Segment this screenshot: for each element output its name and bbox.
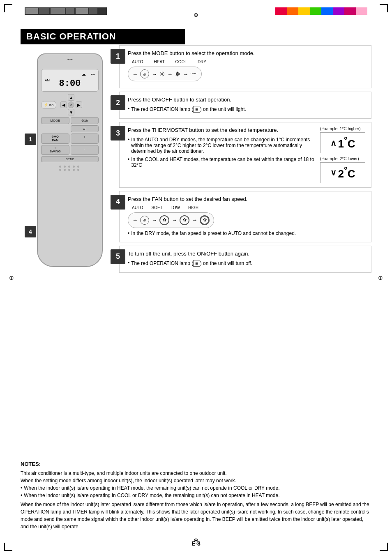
minus-button[interactable]: - (71, 145, 99, 155)
btn-row-3: ↕ SWING - (41, 145, 99, 155)
step-2-number: 2 (111, 95, 125, 110)
fan-icons: ⚙❅✿ (43, 135, 67, 138)
step-3-text-2: In the COOL and HEAT modes, the temperat… (131, 157, 316, 168)
nav-down[interactable]: ▼ (68, 109, 74, 115)
step-1-title: Press the MODE button to select the oper… (128, 50, 365, 57)
fan-arrow-3: → (192, 217, 197, 223)
step-5-title: To turn off the unit, press the ON/OFF b… (128, 250, 365, 258)
nav-left[interactable]: ◀ (60, 101, 67, 108)
step-2-box: 2 Press the ON/OFF button to start opera… (119, 92, 371, 119)
remote-area: 1 2 5 3 1 4 ⌒ ☁ 〜 AM 8:00 (21, 53, 119, 415)
step-2-title: Press the ON/OFF button to start operati… (128, 96, 365, 104)
speaker-dots-2 (59, 169, 81, 171)
step-5-content: To turn off the unit, press the ON/OFF b… (120, 246, 371, 272)
arrow-1: → (152, 71, 157, 77)
temp-box-2: ∨ 2°C (320, 162, 365, 183)
example-2-label: (Example: 2°C lower) (320, 157, 365, 161)
instructions-area: 1 Press the MODE button to select the op… (119, 45, 371, 276)
swing-button[interactable]: ↕ SWING (41, 145, 69, 155)
gray-block-5 (76, 8, 88, 14)
notes-line-5: When the mode of the indoor unit(s) late… (21, 501, 371, 530)
corner-mark-tl (4, 4, 12, 12)
middle-btn-area: ⚙❅✿ FAN + ↕ SWING - SET/C (41, 134, 99, 162)
fan-auto-icon: ⌀ (140, 216, 149, 225)
step-3-right: (Example: 1°C higher) ∧ 1°C (Example: 2°… (320, 127, 365, 183)
ion-row: ⚡ Ion ▲ ◀ ○ ▶ ▼ (41, 94, 99, 115)
fan-button[interactable]: ⚙❅✿ FAN (41, 134, 69, 144)
step-4-content: Press the FAN button to set the desired … (120, 191, 371, 242)
up-arrow: ∧ (330, 138, 337, 148)
step-3-number: 3 (111, 126, 125, 140)
gray-block-2 (39, 8, 49, 14)
speaker-area (41, 166, 99, 171)
color-bar (275, 7, 367, 15)
speaker-grid (59, 166, 81, 171)
nav-center-btn[interactable]: ○ (68, 101, 74, 108)
fan-diagram: → ⌀ → ✿ → ✿ → ✿ (128, 212, 214, 228)
corner-mark-br (380, 543, 388, 551)
bullet-3a: • (128, 137, 129, 143)
gray-block-6 (89, 8, 97, 14)
step-4-number: 4 (111, 195, 125, 210)
arrow-start: → (132, 71, 138, 77)
onoff-button[interactable]: ⊙| (71, 125, 99, 132)
swing-label: SWING (43, 150, 67, 153)
btn-row-4: SET/C (41, 156, 99, 162)
step-3-title: Press the THERMOSTAT button to set the d… (128, 127, 316, 134)
color-orange (287, 7, 298, 15)
plus-button[interactable]: + (71, 134, 99, 144)
btn-row-2: ⚙❅✿ FAN + (41, 134, 99, 144)
nav-up[interactable]: ▲ (68, 94, 74, 101)
main-content: 1 2 5 3 1 4 ⌒ ☁ 〜 AM 8:00 (21, 45, 371, 530)
ion-icon: ⚡ (44, 103, 48, 107)
op-lamp-1: ≡ (193, 106, 200, 113)
color-purple (333, 7, 344, 15)
notes-bullet-2: • When the indoor unit(s) is/are operati… (21, 492, 371, 499)
down-arrow: ∨ (330, 168, 337, 177)
dot (68, 169, 70, 171)
step-3-left: Press the THERMOSTAT button to set the d… (128, 127, 316, 183)
timer-button[interactable]: ⊙1h (71, 117, 99, 124)
reg-mark-right: ⊕ (378, 274, 383, 281)
step-4-bullet: • In the DRY mode, the fan speed is pres… (128, 230, 365, 236)
mode-button[interactable]: MODE (41, 117, 69, 124)
remote-badge-4: 4 (25, 226, 36, 237)
example-1-label: (Example: 1°C higher) (320, 127, 365, 131)
color-green (310, 7, 321, 15)
notes-section: NOTES: This air conditioner is a multi-t… (21, 460, 371, 531)
step-4-title: Press the FAN button to set the desired … (128, 196, 365, 203)
mode-icon: ☁ (82, 72, 86, 78)
step-4-bullet-text: In the DRY mode, the fan speed is preset… (131, 230, 296, 236)
auto-icon: ⌀ (140, 69, 149, 78)
dot (77, 166, 79, 168)
button-area: MODE ⊙1h ⊙| (41, 117, 99, 132)
onoff-area: ⊙| (71, 125, 99, 132)
remote-display: ☁ 〜 AM 8:00 (41, 69, 99, 92)
swing-icon: ↕ (43, 147, 67, 150)
reg-mark-top: ⊕ (194, 12, 198, 18)
dot (59, 169, 61, 171)
fan-label: FAN (43, 138, 67, 142)
color-blue (321, 7, 333, 15)
ion-label: Ion (49, 103, 53, 107)
reg-mark-left: ⊕ (9, 274, 14, 281)
notes-line-2: When the setting mode differs among indo… (21, 477, 371, 484)
ion-button[interactable]: ⚡ Ion (41, 101, 56, 109)
notes-bullet-icon-1: • (21, 484, 22, 492)
step-5-box: 5 To turn off the unit, press the ON/OFF… (119, 246, 371, 273)
color-pink (344, 7, 356, 15)
setc-button[interactable]: SET/C (41, 156, 99, 162)
am-label: AM (45, 78, 50, 82)
dot (59, 166, 61, 168)
page-number: E-8 (191, 540, 201, 547)
mode-label-heat: HEAT (154, 60, 165, 64)
nav-right[interactable]: ▶ (76, 101, 82, 108)
fan-high-icon: ✿ (200, 215, 210, 225)
step-1-number: 1 (111, 49, 125, 64)
mode-label-auto: AUTO (132, 60, 143, 64)
step-1-content: Press the MODE button to select the oper… (120, 46, 371, 88)
temp-deg-1: 1°C (338, 135, 355, 150)
mode-labels: AUTO HEAT COOL DRY (132, 60, 365, 64)
page-title: BASIC OPERATION (26, 31, 116, 41)
arrow-3: → (183, 71, 188, 77)
